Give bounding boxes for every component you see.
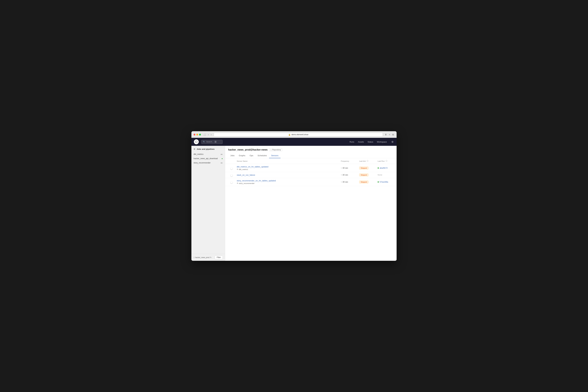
maximize-button[interactable] — [199, 134, 201, 136]
tab-ops[interactable]: Ops — [247, 153, 255, 158]
tab-schedules[interactable]: Schedules — [255, 153, 269, 158]
sidebar-header: ⚙ Jobs and pipelines — [192, 146, 225, 152]
row2-sensor-name[interactable]: slack_on_run_failure — [237, 174, 336, 176]
tab-graphs[interactable]: Graphs — [237, 153, 247, 158]
row1-run-dot — [378, 168, 379, 169]
repo-folder-icon: □ — [194, 256, 195, 258]
row1-job-name: dbt_metrics — [239, 168, 248, 170]
row1-name-cell: dbt_metrics_on_hn_tables_updated ⚙ dbt_m… — [234, 164, 338, 172]
row1-last-run: aba4fe72 — [375, 164, 396, 172]
row3-run-dot — [378, 181, 379, 182]
url-text: demo.elementl.show — [292, 134, 308, 136]
copy-button[interactable]: ⧉ — [392, 133, 394, 136]
jobs-pipelines-icon: ⚙ — [194, 148, 196, 150]
share-button[interactable]: ⬆ — [384, 133, 388, 136]
row3-last-tick: Skipped — [357, 178, 375, 186]
row2-last-tick: Skipped — [357, 172, 375, 178]
row3-sensor-info: story_recommender_on_hn_tables_updated ⚙… — [237, 180, 336, 184]
app-container: ⬡ 🔍 Search... / Runs Assets Status Works… — [192, 138, 396, 261]
row1-sensor-info: dbt_metrics_on_hn_tables_updated ⚙ dbt_m… — [237, 166, 336, 170]
new-tab-button[interactable]: + — [388, 133, 391, 136]
th-last-tick: Last tick ⓘ — [357, 158, 375, 164]
nav-runs[interactable]: Runs — [348, 140, 356, 144]
table-row: slack_on_run_failure ~ 30 sec Skipped No… — [225, 172, 396, 178]
row3-name-cell: story_recommender_on_hn_tables_updated ⚙… — [234, 178, 338, 186]
repo-badge: □ Repository — [269, 148, 283, 151]
sidebar-footer-repo: □ hacker_news_prod ↻ — [194, 256, 211, 258]
repo-badge-label: Repository — [272, 149, 281, 151]
sidebar-title: Jobs and pipelines — [196, 148, 214, 150]
top-nav: ⬡ 🔍 Search... / Runs Assets Status Works… — [192, 138, 396, 146]
row1-sensor-name[interactable]: dbt_metrics_on_hn_tables_updated — [237, 166, 336, 168]
story-recommender-status-icon: ⏭ — [221, 162, 223, 164]
main-content: hacker_news_prod@hacker-news □ Repositor… — [225, 146, 396, 261]
nav-workspace[interactable]: Workspace — [375, 140, 388, 144]
row3-job-name: story_recommender — [239, 182, 254, 184]
row2-toggle-cell — [225, 172, 234, 178]
close-button[interactable] — [194, 134, 196, 136]
search-bar[interactable]: 🔍 Search... / — [201, 140, 223, 144]
nav-assets[interactable]: Assets — [356, 140, 365, 144]
tab-toggle-button[interactable]: ⬜ — [202, 133, 206, 136]
settings-icon[interactable]: ⚙ — [391, 140, 394, 144]
sidebar-item-label: hacker_news_api_download — [194, 158, 221, 160]
row3-skipped-badge: Skipped — [359, 180, 369, 183]
nav-status[interactable]: Status — [366, 140, 375, 144]
th-last-run: Last Run ⓘ — [375, 158, 396, 164]
sensors-table: Sensor Name Frequency Last tick ⓘ — [225, 158, 396, 186]
search-icon: 🔍 — [203, 141, 205, 143]
content-title-row: hacker_news_prod@hacker-news □ Repositor… — [228, 148, 393, 151]
tab-jobs[interactable]: Jobs — [228, 153, 237, 158]
row1-skipped-badge: Skipped — [359, 167, 369, 170]
row1-job-ref: ⚙ dbt_metrics — [237, 168, 336, 170]
repo-badge-icon: □ — [271, 149, 272, 151]
address-bar[interactable]: 🔒 demo.elementl.show — [214, 133, 383, 136]
row3-run-link[interactable]: 57ea168a — [378, 181, 394, 183]
filter-button[interactable]: Filter — [215, 256, 223, 259]
row1-run-id: aba4fe72 — [380, 167, 388, 169]
th-frequency: Frequency — [338, 158, 357, 164]
row1-job-icon: ⚙ — [237, 168, 238, 170]
tabs: Jobs Graphs Ops Schedules Sensors — [228, 153, 393, 158]
security-icon: 🔒 — [288, 134, 291, 136]
last-tick-info-icon: ⓘ — [367, 160, 369, 162]
tab-sensors[interactable]: Sensors — [269, 153, 281, 158]
table-body: dbt_metrics_on_hn_tables_updated ⚙ dbt_m… — [225, 164, 396, 186]
row1-run-link[interactable]: aba4fe72 — [378, 167, 394, 169]
row2-frequency: ~ 30 sec — [338, 172, 357, 178]
sidebar-items: dbt_metrics ⏭ hacker_news_api_download ●… — [192, 152, 225, 254]
row3-job-ref: ⚙ story_recommender — [237, 182, 336, 184]
sidebar: ⚙ Jobs and pipelines dbt_metrics ⏭ hacke… — [192, 146, 225, 261]
row1-frequency: ~ 30 sec — [338, 164, 357, 172]
row3-sensor-name[interactable]: story_recommender_on_hn_tables_updated — [237, 180, 336, 182]
row3-job-icon: ⚙ — [237, 182, 238, 184]
th-toggle — [225, 158, 234, 164]
browser-window: ⬜ ‹ › 🔒 demo.elementl.show ⬆ + ⧉ ⬡ 🔍 Sea… — [192, 131, 396, 261]
row3-toggle-cell — [225, 178, 234, 186]
back-button[interactable]: ‹ — [207, 133, 209, 136]
browser-controls: ⬜ ‹ › — [202, 133, 212, 136]
th-sensor-name: Sensor Name — [234, 158, 338, 164]
refresh-icon[interactable]: ↻ — [210, 256, 211, 258]
sensors-table-container: Sensor Name Frequency Last tick ⓘ — [225, 158, 396, 261]
sidebar-item-hacker-news-api[interactable]: hacker_news_api_download ● — [192, 156, 225, 161]
row3-last-run: 57ea168a — [375, 178, 396, 186]
sidebar-item-label: dbt_metrics — [194, 153, 221, 155]
browser-chrome: ⬜ ‹ › 🔒 demo.elementl.show ⬆ + ⧉ — [192, 131, 396, 138]
sidebar-item-dbt-metrics[interactable]: dbt_metrics ⏭ — [192, 152, 225, 156]
table-row: dbt_metrics_on_hn_tables_updated ⚙ dbt_m… — [225, 164, 396, 172]
nav-links: Runs Assets Status Workspace — [348, 140, 388, 144]
search-placeholder: Search... — [206, 141, 214, 143]
traffic-lights — [194, 134, 201, 136]
row3-run-id: 57ea168a — [380, 181, 388, 183]
row2-name-cell: slack_on_run_failure — [234, 172, 338, 178]
minimize-button[interactable] — [196, 134, 198, 136]
last-run-info-icon: ⓘ — [386, 160, 388, 162]
forward-button[interactable]: › — [210, 133, 212, 136]
search-shortcut: / — [214, 141, 216, 143]
sidebar-item-story-recommender[interactable]: story_recommender ⏭ — [192, 161, 225, 165]
table-header: Sensor Name Frequency Last tick ⓘ — [225, 158, 396, 164]
content-header: hacker_news_prod@hacker-news □ Repositor… — [225, 146, 396, 158]
app-logo[interactable]: ⬡ — [194, 139, 199, 144]
row2-skipped-badge: Skipped — [359, 174, 369, 176]
